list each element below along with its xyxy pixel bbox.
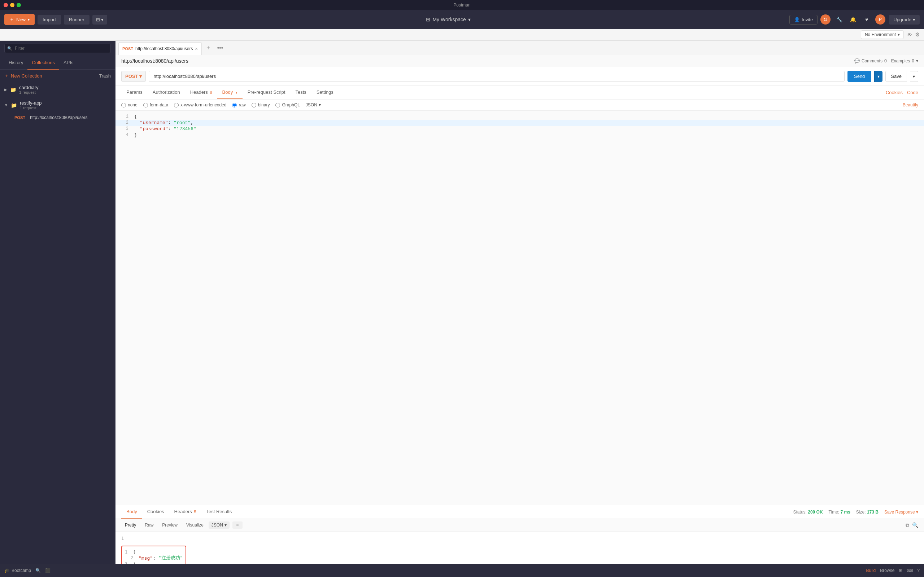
console-icon: ⬛ — [45, 568, 50, 573]
collection-item-restify[interactable]: ▼ 📁 restify-app 1 request — [0, 97, 115, 113]
tab-headers[interactable]: Headers 8 — [185, 86, 217, 99]
resp-tab-headers[interactable]: Headers 5 — [169, 505, 201, 519]
tab-tests[interactable]: Tests — [290, 86, 311, 99]
more-tabs-button[interactable]: ••• — [215, 45, 225, 51]
method-select[interactable]: POST ▾ — [121, 71, 146, 82]
response-line-1: 1 — [115, 534, 924, 543]
trash-button[interactable]: Trash — [99, 73, 111, 79]
help-icon[interactable]: ? — [917, 568, 920, 573]
filter-input[interactable] — [4, 44, 111, 53]
breadcrumb: http://localhost:8080/api/users — [121, 58, 188, 64]
request-tab[interactable]: POST http://localhost:8080/api/users ✕ — [118, 42, 202, 55]
send-dropdown-button[interactable]: ▾ — [874, 71, 882, 82]
invite-label: Invite — [802, 17, 813, 23]
tab-params[interactable]: Params — [121, 86, 148, 99]
sidebar-tab-apis[interactable]: APIs — [59, 56, 78, 69]
layout-button[interactable]: ⊞ ▾ — [92, 15, 108, 24]
examples-button[interactable]: Examples 0 ▾ — [891, 58, 918, 63]
settings-icon[interactable]: ⚙ — [915, 31, 920, 38]
option-form-data[interactable]: form-data — [143, 102, 168, 108]
headers-resp-badge: 5 — [194, 509, 196, 514]
invite-button[interactable]: 👤 Invite — [789, 15, 817, 24]
request-item-post-users[interactable]: POST http://localhost:8080/api/users — [0, 113, 115, 122]
environment-select[interactable]: No Environment ▾ — [861, 30, 904, 39]
plus-icon: ＋ — [10, 16, 14, 23]
build-tab[interactable]: Build — [866, 568, 876, 573]
workspace-button[interactable]: ⊞ My Workspace ▾ — [426, 16, 470, 23]
content-area: POST http://localhost:8080/api/users ✕ ＋… — [115, 41, 924, 576]
fmt-tab-preview[interactable]: Preview — [158, 521, 181, 529]
option-graphql[interactable]: GraphQL — [275, 102, 300, 108]
new-collection-button[interactable]: ＋ New Collection — [4, 73, 42, 79]
comments-button[interactable]: 💬 Comments 0 — [855, 58, 887, 63]
new-button[interactable]: ＋ New ▾ — [4, 14, 35, 25]
copy-icon[interactable]: ⧉ — [906, 522, 909, 528]
import-button[interactable]: Import — [37, 15, 61, 24]
chevron-right-icon: ▶ — [4, 88, 7, 92]
tab-body[interactable]: Body ● — [217, 86, 242, 99]
request-header: http://localhost:8080/api/users 💬 Commen… — [115, 55, 924, 67]
heart-icon[interactable]: ♥ — [861, 15, 872, 24]
tools-icon[interactable]: 🔧 — [834, 15, 844, 24]
upgrade-label: Upgrade — [893, 17, 911, 23]
code-link[interactable]: Code — [907, 86, 918, 99]
fmt-tab-raw[interactable]: Raw — [141, 521, 157, 529]
main-layout: 🔍 History Collections APIs ＋ New Collect… — [0, 41, 924, 576]
request-body-editor[interactable]: 1 { 2 "username": "root", 3 "password": … — [115, 111, 924, 505]
search-icon: 🔍 — [7, 46, 12, 51]
minimize-btn[interactable] — [10, 3, 15, 7]
save-response-button[interactable]: Save Response ▾ — [884, 509, 918, 515]
save-button[interactable]: Save — [885, 71, 907, 82]
collection-item-carddiary[interactable]: ▶ 📁 carddiary 1 request — [0, 82, 115, 97]
workspace-icon: ⊞ — [426, 16, 430, 23]
option-urlencoded[interactable]: x-www-form-urlencoded — [174, 102, 226, 108]
sidebar-tab-collections[interactable]: Collections — [27, 56, 59, 69]
save-dropdown-button[interactable]: ▾ — [910, 71, 918, 82]
chevron-down-icon: ▾ — [916, 509, 918, 515]
send-button[interactable]: Send — [848, 71, 871, 82]
option-none[interactable]: none — [121, 102, 137, 108]
option-raw[interactable]: raw — [232, 102, 246, 108]
option-binary[interactable]: binary — [252, 102, 270, 108]
bootcamp-button[interactable]: 🎓 Bootcamp — [4, 568, 31, 573]
close-icon[interactable]: ✕ — [195, 47, 198, 51]
import-label: Import — [43, 17, 56, 23]
sidebar-tab-history[interactable]: History — [4, 56, 27, 69]
fmt-tab-pretty[interactable]: Pretty — [121, 521, 140, 529]
sync-icon[interactable]: ↻ — [821, 15, 830, 24]
layout-icon[interactable]: ⊞ — [899, 568, 902, 573]
resp-tab-test-results[interactable]: Test Results — [201, 505, 237, 519]
resp-tab-body[interactable]: Body — [121, 505, 142, 519]
runner-button[interactable]: Runner — [64, 15, 89, 24]
beautify-button[interactable]: Beautify — [903, 102, 918, 108]
search-icon[interactable]: 🔍 — [912, 522, 918, 528]
console-button[interactable]: ⬛ — [45, 568, 50, 573]
eye-icon[interactable]: 👁 — [907, 32, 912, 38]
browse-tab[interactable]: Browse — [880, 568, 894, 573]
fmt-tab-visualize[interactable]: Visualize — [183, 521, 207, 529]
json-format-select[interactable]: JSON ▾ — [306, 102, 321, 108]
resp-tab-cookies[interactable]: Cookies — [142, 505, 169, 519]
env-label: No Environment — [865, 32, 896, 37]
tab-settings[interactable]: Settings — [312, 86, 339, 99]
sidebar-search: 🔍 — [0, 41, 115, 56]
url-input[interactable] — [149, 71, 845, 82]
notifications-icon[interactable]: 🔔 — [848, 15, 858, 24]
maximize-btn[interactable] — [16, 3, 21, 7]
find-replace-button[interactable]: 🔍 — [36, 568, 41, 573]
keyboard-icon[interactable]: ⌨ — [907, 568, 913, 573]
close-btn[interactable] — [3, 3, 8, 7]
add-tab-button[interactable]: ＋ — [203, 44, 213, 52]
window-controls — [3, 3, 21, 7]
upgrade-button[interactable]: Upgrade ▾ — [889, 15, 920, 24]
avatar[interactable]: P — [875, 15, 885, 24]
folder-icon: 📁 — [11, 102, 17, 108]
response-json-format-select[interactable]: JSON ▾ — [208, 521, 229, 529]
examples-label: Examples — [891, 58, 910, 63]
tab-authorization[interactable]: Authorization — [148, 86, 185, 99]
wrap-icon[interactable]: ≡ — [233, 521, 242, 529]
tab-pre-request[interactable]: Pre-request Script — [242, 86, 291, 99]
chevron-down-icon: ▼ — [4, 103, 8, 107]
collection-name: restify-app — [20, 100, 111, 106]
cookies-link[interactable]: Cookies — [886, 86, 903, 99]
